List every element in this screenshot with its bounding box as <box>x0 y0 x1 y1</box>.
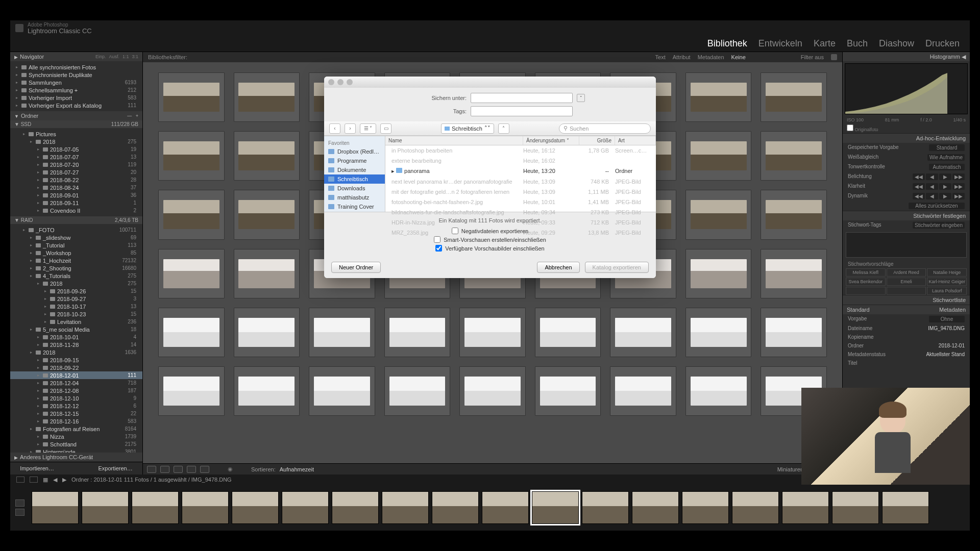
saved-preset-select[interactable]: Standard <box>929 144 965 151</box>
sidebar-item[interactable]: Dokumente <box>324 165 385 174</box>
sidebar-item[interactable]: Dropbox (Redl… <box>324 147 385 156</box>
folder-row[interactable]: ▸Schottland2175 <box>10 440 142 448</box>
filmstrip-thumb[interactable] <box>282 491 329 524</box>
histogram-header[interactable]: Histogramm ◀ <box>843 52 970 61</box>
group-button[interactable]: ▭ <box>380 123 391 134</box>
keyword-suggestion[interactable] <box>887 287 926 295</box>
location-up-button[interactable]: ˄ <box>498 123 509 134</box>
grid-view-icon[interactable] <box>147 466 156 473</box>
secondary-display-icon-2[interactable] <box>30 477 38 483</box>
folder-row[interactable]: ▸2018-07-0519 <box>10 145 142 153</box>
folder-row[interactable]: ▸_FOTO100711 <box>10 226 142 234</box>
thumbnail[interactable] <box>685 131 752 181</box>
secondary-display-icon[interactable] <box>16 477 24 483</box>
forward-button[interactable]: › <box>345 123 356 134</box>
other-device[interactable]: ▶Anderes Lightroom CC-Gerät <box>10 453 142 462</box>
sidebar-item[interactable]: Downloads <box>324 184 385 193</box>
cancel-button[interactable]: Abbrechen <box>537 262 579 273</box>
thumbnail[interactable] <box>234 72 300 122</box>
module-map[interactable]: Karte <box>814 38 836 49</box>
thumbnail[interactable] <box>685 190 752 239</box>
file-list[interactable]: Name Änderungsdatum ˅ Größe Art in Photo… <box>385 136 656 212</box>
drive-ssd[interactable]: ▼ SSD 111/228 GB <box>10 120 142 128</box>
filmstrip-thumb[interactable] <box>232 491 279 524</box>
thumbnail[interactable] <box>309 308 375 357</box>
filmstrip-thumb[interactable] <box>482 491 529 524</box>
col-name[interactable]: Name <box>385 136 523 145</box>
module-develop[interactable]: Entwickeln <box>758 38 802 49</box>
thumbnail[interactable] <box>234 131 300 181</box>
filter-metadata[interactable]: Metadaten <box>698 54 724 60</box>
sidebar-item[interactable]: Programme <box>324 156 385 165</box>
filmstrip-thumb[interactable] <box>782 491 829 524</box>
wb-select[interactable]: Wie Aufnahme <box>927 154 965 161</box>
file-row[interactable]: bildnachweis-fur-die-landschaftsfotograf… <box>385 207 656 217</box>
back-button[interactable]: ‹ <box>329 123 340 134</box>
file-row[interactable]: ▸ panoramaHeute, 13:20--Ordner <box>385 166 656 177</box>
folder-row[interactable]: ▸2018-09-111 <box>10 199 142 207</box>
keyword-suggestion[interactable]: Ardent Reed <box>887 268 926 277</box>
thumbnail[interactable] <box>234 190 300 239</box>
folder-row[interactable]: ▸_Workshop85 <box>10 249 142 257</box>
folders-header[interactable]: ▼Ordner — + <box>10 111 142 120</box>
save-as-input[interactable] <box>471 93 573 103</box>
file-row[interactable]: in Photoshop bearbeitenHeute, 16:121,78 … <box>385 145 656 156</box>
folder-row[interactable]: ▸2018-07-2720 <box>10 168 142 176</box>
folder-row[interactable]: ▸Alle synchronisierten Fotos <box>10 63 142 71</box>
folder-row[interactable]: ▸4_Tutorials275 <box>10 272 142 280</box>
filmstrip-thumb[interactable] <box>182 491 229 524</box>
smart-previews-check[interactable] <box>434 236 440 243</box>
folder-row[interactable]: ▸Hintergründe3801 <box>10 448 142 453</box>
thumbnail[interactable] <box>158 190 225 239</box>
module-book[interactable]: Buch <box>847 38 868 49</box>
module-slideshow[interactable]: Diashow <box>879 38 914 49</box>
folder-row[interactable]: ▸2018-10-2315 <box>10 310 142 318</box>
col-date[interactable]: Änderungsdatum ˅ <box>523 136 579 145</box>
filmstrip-thumb[interactable] <box>82 491 129 524</box>
folder-row[interactable]: ▸2018-12-109 <box>10 394 142 402</box>
zoom-icon[interactable] <box>347 79 353 85</box>
filmstrip-thumb[interactable] <box>682 491 729 524</box>
folder-row[interactable]: ▸2018-10-014 <box>10 333 142 341</box>
folder-row[interactable]: ▸Levitation236 <box>10 318 142 325</box>
view-mode-button[interactable]: ☰ ˅ <box>360 123 376 134</box>
filmstrip-thumb[interactable] <box>382 491 429 524</box>
export-negatives-check[interactable] <box>452 228 458 234</box>
folder-row[interactable]: ▸Sammlungen6193 <box>10 79 142 86</box>
folder-row[interactable]: ▸2018-09-15 <box>10 356 142 364</box>
folder-row[interactable]: ▸2018-09-273 <box>10 295 142 303</box>
thumbnail[interactable] <box>158 249 225 298</box>
filter-lock-icon[interactable] <box>831 54 837 60</box>
location-select[interactable]: Schreibtisch ˄˅ <box>441 123 494 134</box>
keyword-tags-select[interactable]: Stichwörter eingeben <box>913 222 965 229</box>
new-folder-button[interactable]: Neuer Ordner <box>331 262 381 273</box>
previews-check[interactable] <box>435 245 442 252</box>
dialog-titlebar[interactable] <box>324 77 656 88</box>
folder-row[interactable]: ▸Vorheriger Import583 <box>10 94 142 102</box>
folder-row[interactable]: ▸Synchronisierte Duplikate <box>10 71 142 79</box>
adhoc-section[interactable]: Ad-hoc-Entwicklung <box>843 133 970 143</box>
folder-row[interactable]: ▸2018-07-0713 <box>10 153 142 161</box>
filmstrip-thumb[interactable] <box>632 491 679 524</box>
compare-view-icon[interactable] <box>174 466 183 473</box>
filter-off[interactable]: Filter aus <box>801 54 824 60</box>
filmstrip-layout-2[interactable] <box>15 509 24 516</box>
folder-row[interactable]: ▸20181636 <box>10 348 142 356</box>
folder-row[interactable]: ▸Fotografien auf Reisen8164 <box>10 425 142 433</box>
next-icon[interactable]: ▶ <box>62 477 66 483</box>
sidebar-item[interactable]: Schreibtisch <box>324 174 385 184</box>
thumbnail[interactable] <box>535 308 601 357</box>
close-icon[interactable] <box>328 79 334 85</box>
reset-all-button[interactable]: Alles zurücksetzen <box>909 203 965 209</box>
search-input[interactable]: ⚲ Suchen <box>559 123 651 134</box>
col-size[interactable]: Größe <box>579 136 615 145</box>
export-button[interactable]: Exportieren… <box>98 465 132 471</box>
file-row[interactable]: externe bearbeitungHeute, 16:02 <box>385 156 656 166</box>
folder-row[interactable]: ▸2018-08-2437 <box>10 184 142 191</box>
thumbnail[interactable] <box>234 366 300 416</box>
folder-row[interactable]: ▸2018-11-2814 <box>10 341 142 348</box>
keyword-suggestion[interactable]: Emeli <box>887 278 926 286</box>
folder-row[interactable]: ▸2018-12-126 <box>10 402 142 410</box>
thumbnail[interactable] <box>610 308 676 357</box>
keyword-suggestion[interactable]: Karl-Heinz Geiger <box>927 278 967 286</box>
